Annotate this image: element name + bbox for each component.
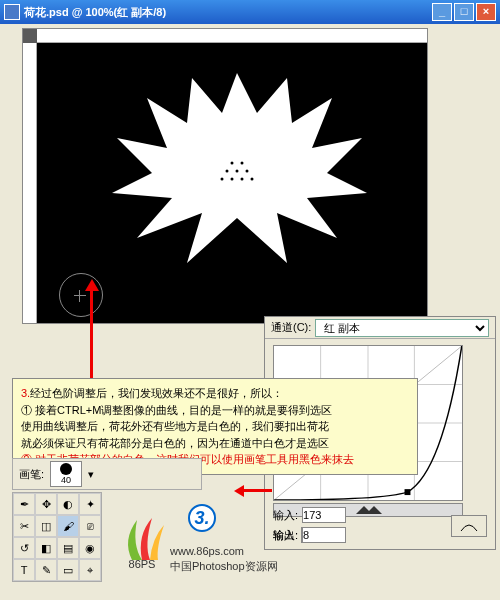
tool-text[interactable]: T bbox=[13, 559, 35, 581]
input-label: 输入: bbox=[273, 508, 298, 523]
tool-path[interactable]: ✎ bbox=[35, 559, 57, 581]
minimize-button[interactable]: _ bbox=[432, 3, 452, 21]
svg-point-7 bbox=[241, 178, 244, 181]
note-line2: ① 接着CTRL+M调整图像的曲线，目的是一样的就是要得到选区 bbox=[21, 402, 409, 419]
window-title: 荷花.psd @ 100%(红 副本/8) bbox=[24, 5, 430, 20]
brush-dropdown-icon[interactable]: ▾ bbox=[88, 468, 94, 481]
channel-select[interactable]: 红 副本 bbox=[315, 319, 489, 337]
app-icon bbox=[4, 4, 20, 20]
svg-point-0 bbox=[231, 162, 234, 165]
tool-eyedrop[interactable]: ⌖ bbox=[79, 559, 101, 581]
toolbox: ✒ ✥ ◐ ✦ ✂ ◫ 🖌 ⎚ ↺ ◧ ▤ ◉ T ✎ ▭ ⌖ bbox=[12, 492, 102, 582]
document-window bbox=[22, 28, 428, 324]
tool-feather[interactable]: ✒ bbox=[13, 493, 35, 515]
svg-point-8 bbox=[251, 178, 254, 181]
annotation-arrow-up-head bbox=[85, 272, 99, 291]
site-logo: 86PS bbox=[112, 510, 172, 570]
tool-blur[interactable]: ◉ bbox=[79, 537, 101, 559]
footer-cnname: 中国Photoshop资源网 bbox=[170, 559, 278, 574]
brush-preview[interactable]: 40 bbox=[50, 461, 82, 487]
tool-crop[interactable]: ✂ bbox=[13, 515, 35, 537]
tool-gradient[interactable]: ▤ bbox=[57, 537, 79, 559]
svg-marker-19 bbox=[366, 506, 382, 514]
channel-label: 通道(C): bbox=[271, 320, 311, 335]
tool-lasso[interactable]: ◐ bbox=[57, 493, 79, 515]
footer: www.86ps.com 中国Photoshop资源网 bbox=[170, 545, 278, 574]
svg-point-5 bbox=[221, 178, 224, 181]
curves-header: 通道(C): 红 副本 bbox=[265, 317, 495, 339]
svg-point-2 bbox=[226, 170, 229, 173]
brush-size: 40 bbox=[61, 475, 71, 485]
curve-output-field[interactable] bbox=[302, 527, 346, 543]
note-line3a: 使用曲线调整后，荷花外还有些地方是白色的，我们要扣出荷花 bbox=[21, 418, 409, 435]
annotation-arrow-up-line bbox=[90, 290, 93, 378]
window-titlebar: 荷花.psd @ 100%(红 副本/8) _ □ × bbox=[0, 0, 500, 24]
svg-rect-17 bbox=[405, 489, 411, 495]
svg-point-3 bbox=[236, 170, 239, 173]
curve-input-field[interactable] bbox=[302, 507, 346, 523]
ruler-vertical bbox=[23, 43, 37, 323]
tool-move[interactable]: ✥ bbox=[35, 493, 57, 515]
svg-text:86PS: 86PS bbox=[129, 558, 156, 570]
tool-brush[interactable]: 🖌 bbox=[57, 515, 79, 537]
output-label: 输出: bbox=[273, 528, 298, 543]
brush-label: 画笔: bbox=[19, 467, 44, 482]
tool-history[interactable]: ↺ bbox=[13, 537, 35, 559]
tool-slice[interactable]: ◫ bbox=[35, 515, 57, 537]
annotation-arrow-left-line bbox=[242, 489, 272, 492]
close-button[interactable]: × bbox=[476, 3, 496, 21]
brush-dot-icon bbox=[60, 463, 72, 475]
svg-point-4 bbox=[246, 170, 249, 173]
tool-stamp[interactable]: ⎚ bbox=[79, 515, 101, 537]
note-line3b: 就必须保证只有荷花部分是白色的，因为在通道中白色才是选区 bbox=[21, 435, 409, 452]
tool-shape[interactable]: ▭ bbox=[57, 559, 79, 581]
svg-point-6 bbox=[231, 178, 234, 181]
footer-url: www.86ps.com bbox=[170, 545, 244, 557]
curve-tool-button[interactable] bbox=[451, 515, 487, 537]
lotus-silhouette bbox=[107, 63, 367, 263]
ruler-horizontal bbox=[37, 29, 427, 43]
note-step-num: 3. bbox=[21, 387, 30, 399]
maximize-button[interactable]: □ bbox=[454, 3, 474, 21]
tool-eraser[interactable]: ◧ bbox=[35, 537, 57, 559]
svg-point-1 bbox=[241, 162, 244, 165]
step-number-badge: 3. bbox=[188, 504, 216, 532]
tool-wand[interactable]: ✦ bbox=[79, 493, 101, 515]
brush-options-bar: 画笔: 40 ▾ bbox=[12, 458, 202, 490]
